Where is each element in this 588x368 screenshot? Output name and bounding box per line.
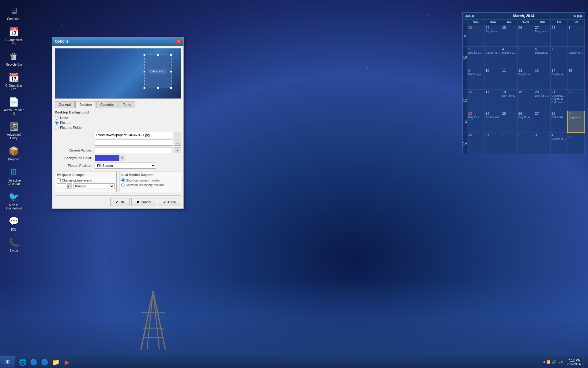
folder-browse-button[interactable]: … [174, 140, 181, 146]
resize-handle-bl[interactable] [143, 87, 145, 89]
cal-cell-5-row1[interactable]: 5 [517, 47, 534, 68]
desktop-icon-interactivecalendar[interactable]: 🗓 Interactive Calendar [3, 165, 24, 187]
cal-cell-2-row1[interactable]: 2Dog for a ... [467, 47, 484, 68]
cal-cell-10-row2[interactable]: 10 [484, 68, 501, 90]
cal-cell-2-row5[interactable]: 2 [517, 132, 534, 154]
cal-cell-31-row5[interactable]: 31 [484, 132, 501, 154]
desktop-icon-thunderbird[interactable]: 🐦 Mozilla Thunderbird [3, 189, 24, 211]
desktop-icon-corganizerpro[interactable]: 📅 C-Organizer Pro [3, 24, 24, 46]
taskbar-clock[interactable]: 7:12 PM 3/29/2014 [566, 358, 581, 366]
cal-cell-28-row0[interactable]: 28 [550, 25, 567, 47]
cal-date-label: 4 [552, 133, 567, 137]
taskbar-chrome-icon[interactable]: 🔵 [29, 357, 39, 367]
cal-cell-13-row2[interactable]: 13 [534, 68, 550, 90]
taskbar-browser2-icon[interactable]: 🔵 [40, 357, 50, 367]
secondary-monitor-radio[interactable] [121, 183, 125, 187]
resize-handle-bc[interactable] [157, 87, 159, 89]
cancel-button[interactable]: ✖ Cancel [131, 198, 156, 206]
cal-cell-3-row5[interactable]: 3 [534, 132, 550, 154]
cal-cell-30-row5[interactable]: 30 [467, 132, 484, 154]
cal-cell-17-row3[interactable]: 17 [484, 90, 501, 111]
resize-handle-mr[interactable] [170, 71, 172, 73]
change-picture-checkbox[interactable] [57, 178, 61, 182]
cal-cell-29-row4[interactable]: 29Dog for a ... [567, 111, 584, 132]
desktop-icon-dropbox[interactable]: 📦 Dropbox [3, 144, 24, 162]
current-picture-input[interactable] [95, 147, 172, 153]
option-picture-radio[interactable] [55, 121, 58, 125]
option-folder-radio[interactable] [55, 126, 58, 129]
current-picture-dropdown[interactable]: ▼ [174, 147, 181, 153]
cal-cell-26-row0[interactable]: 26 [517, 25, 534, 47]
cal-cell-23-row4[interactable]: 23Dog for a ... [467, 111, 484, 132]
calendar-nav-left[interactable]: ◀◀ ◀ [465, 14, 474, 18]
taskbar-ie-icon[interactable]: 🌐 [18, 357, 28, 367]
resize-handle-tl[interactable] [143, 54, 145, 56]
cal-cell-11-row2[interactable]: 11 [501, 68, 517, 90]
cal-cell-7-row1[interactable]: 7 [550, 47, 567, 68]
cal-cell-12-row2[interactable]: 12Dog for a ... [517, 68, 534, 90]
picture-path-input[interactable] [95, 132, 173, 138]
cal-cell-14-row2[interactable]: 14Dog for a ... [550, 68, 567, 90]
dialog-close-button[interactable]: ✕ [175, 39, 181, 44]
cal-cell-21-row3[interactable]: 21Complete ...Dog for a ...Call Joan [550, 90, 567, 111]
taskbar-explorer-icon[interactable]: 📁 [51, 357, 61, 367]
resize-handle-br[interactable] [170, 87, 172, 89]
cal-cell-27-row4[interactable]: 27 [534, 111, 550, 132]
desktop-icon-advanceddiary[interactable]: 📓 Advanced Diary [3, 119, 24, 141]
interval-input[interactable] [57, 183, 66, 189]
systray-arrows[interactable]: ◀ [543, 360, 545, 364]
start-button[interactable]: ⊞ [0, 356, 15, 368]
desktop-icon-adobereader[interactable]: 📄 Adobe Reader X [3, 94, 24, 117]
desktop-icon-skype[interactable]: 📞 Skype [3, 235, 24, 254]
cal-cell-28-row4[interactable]: 28Call Andy [550, 111, 567, 132]
cal-cell-24-row0[interactable]: 24Dog for a ... [484, 25, 501, 47]
ok-button[interactable]: ✔ OK [110, 198, 130, 206]
cal-cell-25-row4[interactable]: 25 [501, 111, 517, 132]
cal-cell-1-row5[interactable]: 1 [501, 132, 517, 154]
calendar-nav-right[interactable]: ▶ ▶▶ [574, 14, 583, 18]
cal-cell-26-row4[interactable]: 26Dog for a ... [517, 111, 534, 132]
tab-fonts[interactable]: Fonts [119, 101, 135, 108]
interval-unit-select[interactable]: Minutes Hours Days [74, 183, 115, 189]
cal-cell-5-row5[interactable]: 5 [567, 132, 584, 154]
cal-cell-15-row2[interactable]: 15 [567, 68, 584, 90]
tab-general[interactable]: General [55, 101, 75, 108]
interval-spinner[interactable]: ▲▼ [67, 183, 72, 189]
desktop-icon-corganizerlite[interactable]: 📆 C-Organizer Lite [3, 70, 24, 92]
cal-date-label: 21 [552, 90, 567, 94]
cal-cell-4-row5[interactable]: 4Dog for a ... [550, 132, 567, 154]
cal-cell-8-row1[interactable]: 8Dog for a ... [567, 47, 584, 68]
cal-cell-24-row4[interactable]: 24School visit [484, 111, 501, 132]
desktop-icon-computer[interactable]: 🖥 Computer [3, 3, 24, 22]
cal-cell-22-row3[interactable]: 22 [567, 90, 584, 111]
desktop-icon-icq[interactable]: 💬 ICQ [3, 214, 24, 232]
cal-cell-1-row0[interactable]: 1 [567, 25, 584, 47]
cal-cell-4-row1[interactable]: 4Make a c... [501, 47, 517, 68]
cal-cell-23-row0[interactable]: 23 [467, 25, 484, 47]
cal-cell-16-row3[interactable]: 16 [467, 90, 484, 111]
resize-handle-tr[interactable] [170, 54, 172, 56]
resize-handle-ml[interactable] [143, 71, 145, 73]
resize-handle-tc[interactable] [157, 54, 159, 56]
tab-desktop[interactable]: Desktop [75, 101, 96, 108]
primary-monitor-radio[interactable] [121, 178, 125, 182]
taskbar-media-icon[interactable]: ▶ [62, 357, 72, 367]
cal-cell-20-row3[interactable]: 20Dog for a ... [534, 90, 550, 111]
pictures-folder-input[interactable] [95, 140, 173, 146]
picture-browse-button[interactable]: … [174, 132, 181, 138]
background-color-button[interactable]: ▼ [119, 155, 125, 161]
cal-cell-19-row3[interactable]: 19 [517, 90, 534, 111]
show-desktop-button[interactable] [583, 357, 585, 368]
cal-cell-3-row1[interactable]: 3Dog for a ... [484, 47, 501, 68]
tab-calendar[interactable]: Calendar [96, 101, 118, 108]
option-none-radio[interactable] [55, 116, 58, 120]
cal-cell-27-row0[interactable]: 27Dog for a ... [534, 25, 550, 47]
background-color-preview [95, 155, 119, 161]
picture-position-select[interactable]: Fill Screen Fit Stretch Tile Center [95, 163, 156, 169]
cal-cell-25-row0[interactable]: 25 [501, 25, 517, 47]
desktop-icon-recyclebin[interactable]: 🗑 Recycle Bin [3, 49, 24, 67]
cal-cell-18-row3[interactable]: 18Don't forg... [501, 90, 517, 111]
cal-cell-9-row2[interactable]: 9Dont forge... [467, 68, 484, 90]
apply-button[interactable]: ✔ Apply [158, 198, 181, 206]
cal-cell-6-row1[interactable]: 6Discuss a... [534, 47, 550, 68]
